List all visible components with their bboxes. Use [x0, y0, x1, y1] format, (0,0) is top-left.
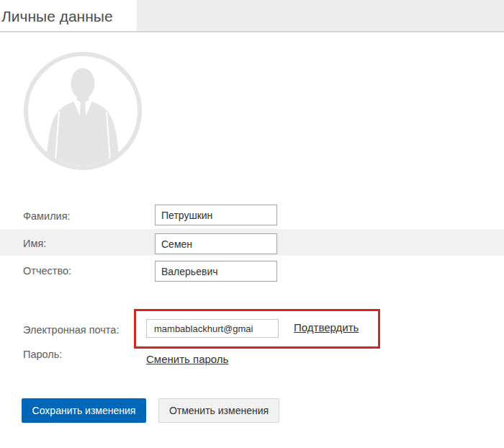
confirm-email-link[interactable]: Подтвердить [294, 321, 359, 333]
male-silhouette-icon [24, 52, 142, 170]
firstname-input[interactable] [155, 233, 277, 254]
page-title: Личные данные [1, 0, 113, 31]
save-changes-button[interactable]: Сохранить изменения [22, 398, 146, 423]
password-label: Пароль: [23, 349, 62, 361]
email-input[interactable] [146, 319, 279, 338]
email-label: Электронная почта: [23, 324, 119, 336]
avatar [24, 52, 142, 170]
lastname-input[interactable] [155, 205, 277, 225]
header-tab: Личные данные [0, 0, 137, 31]
personal-data-page: Личные данные Фамилия: Имя: Отчество: [0, 0, 504, 448]
firstname-label: Имя: [23, 238, 46, 250]
patronymic-input[interactable] [155, 261, 277, 282]
cancel-changes-button[interactable]: Отменить изменения [158, 398, 279, 423]
patronymic-label: Отчество: [23, 265, 71, 277]
change-password-link[interactable]: Сменить пароль [146, 353, 228, 365]
lastname-label: Фамилия: [23, 210, 71, 223]
